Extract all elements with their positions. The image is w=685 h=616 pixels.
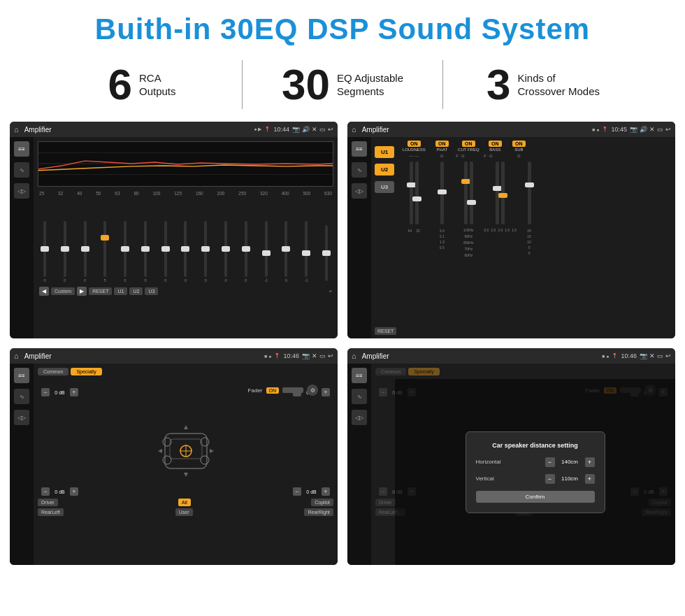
eq-slider-0[interactable]: 0 <box>39 221 50 282</box>
rearright-btn[interactable]: RearRight <box>304 508 333 516</box>
home-icon-3[interactable]: ⌂ <box>14 352 19 360</box>
reset-btn-crossover[interactable]: RESET <box>375 327 396 335</box>
db-plus-bottomleft[interactable]: + <box>70 487 78 496</box>
home-icon[interactable]: ⌂ <box>14 125 19 134</box>
sub-val-1: 20 <box>527 229 531 233</box>
rearleft-btn[interactable]: RearLeft <box>38 508 64 516</box>
db-minus-topleft[interactable]: − <box>41 388 50 396</box>
sidebar-wave-icon[interactable]: ∿ <box>14 162 29 178</box>
copilot-btn-fader[interactable]: Copilot <box>311 499 333 506</box>
all-btn[interactable]: All <box>178 499 191 506</box>
eq-slider-1[interactable]: 0 <box>59 221 71 282</box>
x-icon-4[interactable]: ✕ <box>649 352 655 359</box>
camera-icon-3: 📷 <box>302 352 310 359</box>
eq-slider-2[interactable]: 0 <box>80 221 91 282</box>
cutfreq-track-1[interactable] <box>464 162 468 224</box>
preset-u3-btn[interactable]: U3 <box>375 181 394 193</box>
eq-slider-3[interactable]: 5 <box>99 221 110 282</box>
loudness-on-badge[interactable]: ON <box>408 141 421 147</box>
sidebar-fader-vol-icon[interactable]: ◁▷ <box>14 410 29 425</box>
horizontal-plus-btn[interactable]: + <box>585 457 595 467</box>
cutfreq-on-badge[interactable]: ON <box>462 141 475 147</box>
sidebar-crossover-eq-icon[interactable]: ≡≡ <box>352 141 367 157</box>
loudness-track-1[interactable] <box>410 162 413 224</box>
eq-custom-btn[interactable]: Custom <box>51 287 75 295</box>
eq-slider-8[interactable]: 0 <box>200 221 211 282</box>
sidebar-fader-eq-icon[interactable]: ≡≡ <box>14 368 29 383</box>
x-icon[interactable]: ✕ <box>312 126 317 133</box>
sidebar-eq-icon[interactable]: ≡≡ <box>14 141 29 157</box>
home-icon-2[interactable]: ⌂ <box>352 125 356 134</box>
eq-slider-9[interactable]: 0 <box>220 221 231 282</box>
eq-slider-5[interactable]: 0 <box>140 221 151 282</box>
back-icon-4[interactable]: ↩ <box>665 352 671 359</box>
vertical-plus-btn[interactable]: + <box>585 474 595 484</box>
settings-icon[interactable]: ⚙ <box>307 385 318 396</box>
eq-slider-6[interactable]: 0 <box>160 221 171 282</box>
svg-marker-12 <box>184 425 188 429</box>
driver-btn[interactable]: Driver <box>38 499 58 506</box>
loudness-track-2[interactable] <box>415 162 419 224</box>
bass-on-badge[interactable]: ON <box>489 141 502 147</box>
rect-icon-3: ▭ <box>319 352 326 359</box>
x-icon-2[interactable]: ✕ <box>649 126 655 133</box>
crossover-channels: ON LOUDNESS ON PHAT ON CUT FREQ ON <box>400 141 672 335</box>
sidebar-dialog-wave-icon[interactable]: ∿ <box>352 389 367 404</box>
db-plus-topright[interactable]: + <box>322 388 330 396</box>
eq-slider-14[interactable] <box>321 225 332 282</box>
eq-u3-btn[interactable]: U3 <box>145 287 158 295</box>
sidebar-dialog-vol-icon[interactable]: ◁▷ <box>352 410 367 425</box>
eq-slider-10[interactable]: 0 <box>240 221 252 282</box>
eq-slider-11[interactable]: -1 <box>261 221 272 282</box>
home-icon-4[interactable]: ⌂ <box>352 352 356 360</box>
preset-u1-btn[interactable]: U1 <box>375 146 394 158</box>
tab-common-btn[interactable]: Common <box>38 368 68 375</box>
back-icon-3[interactable]: ↩ <box>328 352 333 359</box>
fader-slider[interactable] <box>282 387 303 393</box>
phat-track[interactable] <box>440 162 444 224</box>
eq-reset-btn[interactable]: RESET <box>89 287 112 295</box>
phat-on-badge[interactable]: ON <box>435 141 449 147</box>
vertical-minus-btn[interactable]: − <box>545 474 555 484</box>
back-icon[interactable]: ↩ <box>328 126 333 133</box>
bass-val-2: 2.5 <box>491 228 496 232</box>
back-icon-2[interactable]: ↩ <box>665 126 671 133</box>
sidebar-fader: ≡≡ ∿ ◁▷ <box>10 364 34 565</box>
sidebar-eq: ≡≡ ∿ ◁▷ <box>10 137 34 338</box>
db-val-bottomright: 0 dB <box>303 489 320 494</box>
eq-u2-btn[interactable]: U2 <box>129 287 143 295</box>
horizontal-stepper[interactable]: − 140cm + <box>545 457 595 467</box>
horizontal-minus-btn[interactable]: − <box>545 457 555 467</box>
fader-on-badge[interactable]: ON <box>266 387 280 394</box>
eq-slider-4[interactable]: 0 <box>120 221 131 282</box>
sidebar-dialog-eq-icon[interactable]: ≡≡ <box>352 368 367 383</box>
db-plus-bottomright[interactable]: + <box>322 487 330 496</box>
sidebar-crossover-vol-icon[interactable]: ◁▷ <box>352 183 367 199</box>
bass-track-2[interactable] <box>501 162 505 224</box>
preset-u2-btn[interactable]: U2 <box>375 164 394 176</box>
db-minus-bottomleft[interactable]: − <box>41 487 50 496</box>
eq-slider-7[interactable]: 0 <box>180 221 191 282</box>
db-val-bottomleft: 0 dB <box>51 489 68 494</box>
confirm-button[interactable]: Confirm <box>476 491 595 503</box>
sub-track[interactable] <box>528 162 531 224</box>
x-icon-3[interactable]: ✕ <box>312 352 317 359</box>
vertical-stepper[interactable]: − 110cm + <box>545 474 595 484</box>
user-btn[interactable]: User <box>175 508 193 516</box>
eq-slider-12[interactable]: 0 <box>280 221 291 282</box>
eq-next-btn[interactable]: ▶ <box>77 287 87 296</box>
sidebar-vol-icon[interactable]: ◁▷ <box>14 183 29 199</box>
eq-u1-btn[interactable]: U1 <box>114 287 127 295</box>
eq-slider-13[interactable]: -1 <box>301 221 312 282</box>
sub-on-badge[interactable]: ON <box>512 141 526 147</box>
tab-specialty-btn[interactable]: Specialty <box>71 368 101 375</box>
sidebar-fader-wave-icon[interactable]: ∿ <box>14 389 29 404</box>
db-control-bottomleft: − 0 dB + <box>41 487 78 496</box>
db-plus-topleft[interactable]: + <box>70 388 78 396</box>
sidebar-crossover-wave-icon[interactable]: ∿ <box>352 162 367 178</box>
eq-prev-btn[interactable]: ◀ <box>39 287 49 296</box>
preset-column: U1 U2 U3 RESET <box>375 141 396 335</box>
db-minus-bottomright[interactable]: − <box>293 487 301 496</box>
channel-cutfreq: ON CUT FREQ <box>456 141 481 152</box>
cutfreq-track-2[interactable] <box>470 162 473 224</box>
